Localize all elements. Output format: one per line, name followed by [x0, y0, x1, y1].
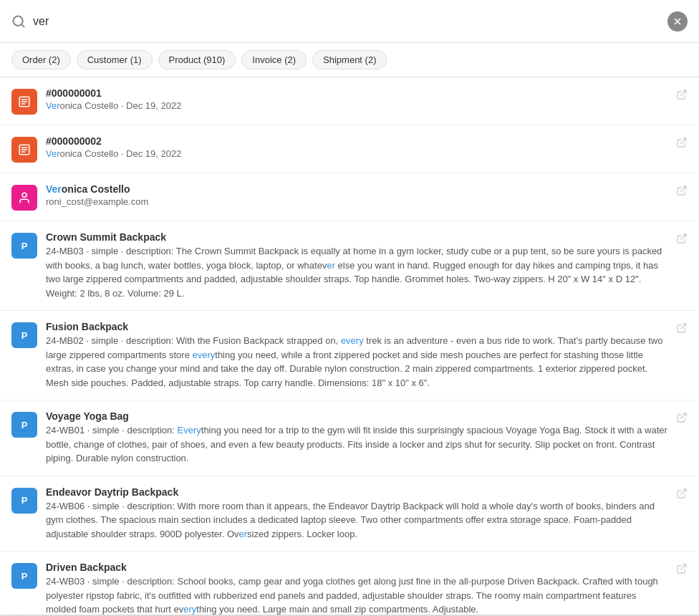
result-item-order-2[interactable]: #000000002 Veronica Costello · Dec 19, 2…: [0, 125, 699, 173]
external-link-icon-product-1: [676, 233, 688, 247]
external-link-icon-2: [676, 137, 688, 151]
filter-tab-order[interactable]: Order (2): [11, 50, 71, 69]
result-title-product-1: Crown Summit Backpack: [46, 231, 667, 243]
svg-line-19: [681, 489, 686, 494]
filter-tab-shipment[interactable]: Shipment (2): [312, 50, 387, 69]
svg-line-8: [681, 90, 686, 95]
result-description-product-1: 24-MB03 · simple · description: The Crow…: [46, 244, 667, 300]
result-item-product-4[interactable]: P Endeavor Daytrip Backpack 24-WB06 · si…: [0, 476, 699, 552]
search-results: #000000001 Veronica Costello · Dec 19, 2…: [0, 77, 699, 615]
result-subtitle-customer-1: roni_cost@example.com: [46, 196, 667, 207]
product-icon-3: P: [11, 412, 37, 438]
result-item-product-5[interactable]: P Driven Backpack 24-WB03 · simple · des…: [0, 552, 699, 615]
svg-line-16: [681, 234, 686, 239]
product-icon-1: P: [11, 233, 37, 259]
result-content-product-2: Fusion Backpack 24-MB02 · simple · descr…: [46, 321, 667, 390]
search-clear-button[interactable]: [667, 11, 688, 32]
result-title-product-3: Voyage Yoga Bag: [46, 410, 667, 422]
external-link-icon-1: [676, 89, 688, 103]
result-subtitle-order-2: Veronica Costello · Dec 19, 2022: [46, 148, 667, 159]
result-item-product-2[interactable]: P Fusion Backpack 24-MB02 · simple · des…: [0, 311, 699, 400]
order-icon-1: [11, 89, 37, 115]
result-description-product-4: 24-WB06 · simple · description: With mor…: [46, 499, 667, 542]
customer-icon-1: [11, 185, 37, 211]
product-icon-4: P: [11, 488, 37, 514]
svg-line-1: [21, 24, 24, 27]
result-title-product-2: Fusion Backpack: [46, 321, 667, 332]
external-link-icon-product-2: [676, 322, 688, 337]
filter-tab-customer[interactable]: Customer (1): [77, 50, 153, 69]
result-description-product-3: 24-WB01 · simple · description: Everythi…: [46, 423, 667, 466]
result-item-product-1[interactable]: P Crown Summit Backpack 24-MB03 · simple…: [0, 221, 699, 311]
result-content-product-1: Crown Summit Backpack 24-MB03 · simple ·…: [46, 231, 667, 300]
result-title-customer-1: Veronica Costello: [46, 183, 667, 195]
filter-tabs: Order (2) Customer (1) Product (910) Inv…: [0, 43, 699, 77]
search-bar: [0, 0, 699, 43]
svg-line-18: [681, 413, 686, 418]
result-item-order-1[interactable]: #000000001 Veronica Costello · Dec 19, 2…: [0, 77, 699, 125]
search-overlay: Order (2) Customer (1) Product (910) Inv…: [0, 0, 699, 615]
filter-tab-invoice[interactable]: Invoice (2): [241, 50, 307, 69]
search-input[interactable]: [33, 15, 660, 28]
result-content-product-5: Driven Backpack 24-WB03 · simple · descr…: [46, 562, 667, 615]
search-icon: [11, 14, 26, 29]
result-title-order-1: #000000001: [46, 87, 667, 99]
result-content-customer-1: Veronica Costello roni_cost@example.com: [46, 183, 667, 207]
result-item-customer-1[interactable]: Veronica Costello roni_cost@example.com: [0, 173, 699, 221]
filter-tab-product[interactable]: Product (910): [158, 50, 236, 69]
external-link-icon-product-3: [676, 412, 688, 426]
result-item-product-3[interactable]: P Voyage Yoga Bag 24-WB01 · simple · des…: [0, 400, 699, 476]
result-content-product-3: Voyage Yoga Bag 24-WB01 · simple · descr…: [46, 410, 667, 466]
svg-line-20: [681, 564, 686, 569]
result-subtitle-order-1: Veronica Costello · Dec 19, 2022: [46, 100, 667, 111]
result-title-order-2: #000000002: [46, 135, 667, 147]
external-link-icon-product-5: [676, 563, 688, 577]
result-content-order-1: #000000001 Veronica Costello · Dec 19, 2…: [46, 87, 667, 111]
product-icon-5: P: [11, 563, 37, 589]
result-description-product-5: 24-WB03 · simple · description: School b…: [46, 574, 667, 615]
product-icon-2: P: [11, 322, 37, 348]
external-link-icon-customer-1: [676, 185, 688, 199]
svg-line-17: [681, 324, 686, 329]
result-content-product-4: Endeavor Daytrip Backpack 24-WB06 · simp…: [46, 486, 667, 542]
order-icon-2: [11, 137, 37, 163]
result-title-product-5: Driven Backpack: [46, 562, 667, 573]
external-link-icon-product-4: [676, 488, 688, 502]
result-title-product-4: Endeavor Daytrip Backpack: [46, 486, 667, 498]
svg-point-14: [22, 193, 26, 197]
result-description-product-2: 24-MB02 · simple · description: With the…: [46, 334, 667, 390]
result-content-order-2: #000000002 Veronica Costello · Dec 19, 2…: [46, 135, 667, 159]
svg-line-15: [681, 186, 686, 191]
svg-line-13: [681, 138, 686, 143]
